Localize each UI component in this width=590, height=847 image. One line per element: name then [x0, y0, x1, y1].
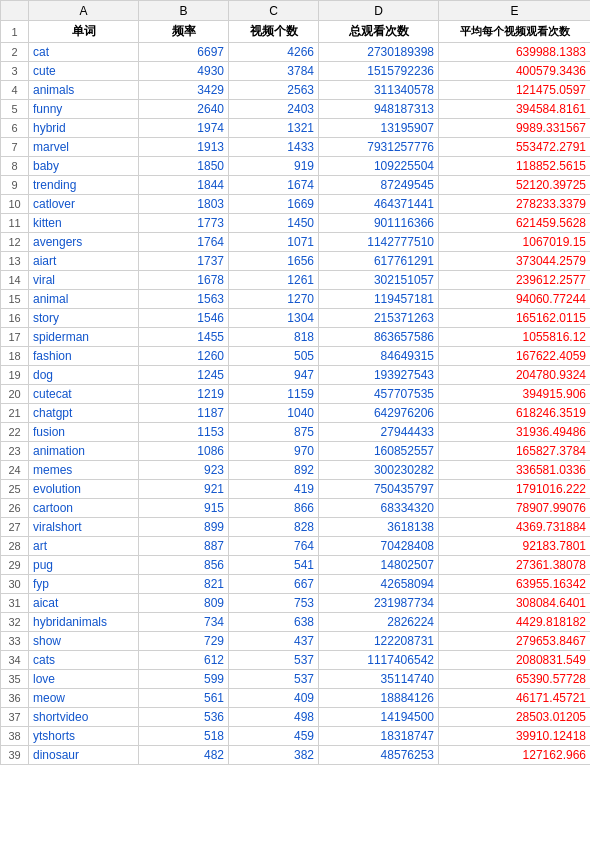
col-header-d: D [319, 1, 439, 21]
cell-frequency: 734 [139, 613, 229, 632]
row-number: 37 [1, 708, 29, 727]
cell-video-count: 视频个数 [229, 21, 319, 43]
cell-word: viral [29, 271, 139, 290]
cell-video-count: 1040 [229, 404, 319, 423]
row-number: 2 [1, 43, 29, 62]
cell-video-count: 764 [229, 537, 319, 556]
table-row: 19dog1245947193927543204780.9324 [1, 366, 591, 385]
cell-avg-views: 279653.8467 [439, 632, 591, 651]
cell-total-views: 70428408 [319, 537, 439, 556]
cell-avg-views: 94060.77244 [439, 290, 591, 309]
row-number: 10 [1, 195, 29, 214]
row-number: 14 [1, 271, 29, 290]
cell-frequency: 809 [139, 594, 229, 613]
cell-frequency: 1678 [139, 271, 229, 290]
cell-frequency: 921 [139, 480, 229, 499]
cell-frequency: 915 [139, 499, 229, 518]
cell-word: art [29, 537, 139, 556]
table-row: 7marvel191314337931257776553472.2791 [1, 138, 591, 157]
table-row: 18fashion126050584649315167622.4059 [1, 347, 591, 366]
cell-word: fashion [29, 347, 139, 366]
row-number: 22 [1, 423, 29, 442]
table-row: 29pug8565411480250727361.38078 [1, 556, 591, 575]
cell-video-count: 505 [229, 347, 319, 366]
table-row: 32hybridanimals73463828262244429.818182 [1, 613, 591, 632]
row-number: 33 [1, 632, 29, 651]
col-header-e: E [439, 1, 591, 21]
cell-word: fyp [29, 575, 139, 594]
cell-video-count: 1270 [229, 290, 319, 309]
cell-video-count: 970 [229, 442, 319, 461]
cell-avg-views: 165827.3784 [439, 442, 591, 461]
cell-frequency: 1913 [139, 138, 229, 157]
cell-total-views: 27944433 [319, 423, 439, 442]
row-number: 6 [1, 119, 29, 138]
cell-avg-views: 1055816.12 [439, 328, 591, 347]
cell-video-count: 4266 [229, 43, 319, 62]
cell-frequency: 1086 [139, 442, 229, 461]
table-row: 3cute493037841515792236400579.3436 [1, 62, 591, 81]
cell-avg-views: 121475.0597 [439, 81, 591, 100]
table-row: 10catlover18031669464371441278233.3379 [1, 195, 591, 214]
table-row: 34cats61253711174065422080831.549 [1, 651, 591, 670]
cell-word: dinosaur [29, 746, 139, 765]
table-row: 23animation1086970160852557165827.3784 [1, 442, 591, 461]
table-row: 35love5995373511474065390.57728 [1, 670, 591, 689]
cell-video-count: 638 [229, 613, 319, 632]
table-row: 6hybrid19741321131959079989.331567 [1, 119, 591, 138]
cell-word: story [29, 309, 139, 328]
cell-total-views: 231987734 [319, 594, 439, 613]
cell-word: meow [29, 689, 139, 708]
cell-video-count: 1433 [229, 138, 319, 157]
cell-frequency: 1803 [139, 195, 229, 214]
cell-video-count: 1159 [229, 385, 319, 404]
cell-frequency: 1219 [139, 385, 229, 404]
row-number: 23 [1, 442, 29, 461]
cell-avg-views: 239612.2577 [439, 271, 591, 290]
column-header-row: A B C D E [1, 1, 591, 21]
cell-video-count: 1304 [229, 309, 319, 328]
cell-video-count: 866 [229, 499, 319, 518]
cell-total-views: 215371263 [319, 309, 439, 328]
cell-word: animal [29, 290, 139, 309]
cell-avg-views: 165162.0115 [439, 309, 591, 328]
cell-word: trending [29, 176, 139, 195]
row-number: 27 [1, 518, 29, 537]
cell-total-views: 14802507 [319, 556, 439, 575]
table-row: 30fyp8216674265809463955.16342 [1, 575, 591, 594]
table-row: 4animals34292563311340578121475.0597 [1, 81, 591, 100]
table-row: 9trending184416748724954552120.39725 [1, 176, 591, 195]
cell-word: pug [29, 556, 139, 575]
cell-video-count: 541 [229, 556, 319, 575]
row-number: 29 [1, 556, 29, 575]
cell-video-count: 1321 [229, 119, 319, 138]
cell-frequency: 4930 [139, 62, 229, 81]
cell-avg-views: 65390.57728 [439, 670, 591, 689]
cell-video-count: 537 [229, 651, 319, 670]
table-row: 16story15461304215371263165162.0115 [1, 309, 591, 328]
cell-video-count: 875 [229, 423, 319, 442]
table-row: 38ytshorts5184591831874739910.12418 [1, 727, 591, 746]
cell-video-count: 437 [229, 632, 319, 651]
cell-video-count: 1674 [229, 176, 319, 195]
cell-total-views: 122208731 [319, 632, 439, 651]
cell-word: evolution [29, 480, 139, 499]
cell-avg-views: 308084.6401 [439, 594, 591, 613]
cell-frequency: 1563 [139, 290, 229, 309]
cell-frequency: 518 [139, 727, 229, 746]
cell-total-views: 35114740 [319, 670, 439, 689]
table-row: 1单词频率视频个数总观看次数平均每个视频观看次数 [1, 21, 591, 43]
cell-video-count: 3784 [229, 62, 319, 81]
row-number: 16 [1, 309, 29, 328]
cell-video-count: 667 [229, 575, 319, 594]
cell-frequency: 856 [139, 556, 229, 575]
cell-frequency: 612 [139, 651, 229, 670]
cell-word: hybrid [29, 119, 139, 138]
cell-avg-views: 336581.0336 [439, 461, 591, 480]
table-row: 24memes923892300230282336581.0336 [1, 461, 591, 480]
cell-word: ytshorts [29, 727, 139, 746]
row-number: 12 [1, 233, 29, 252]
cell-avg-views: 2080831.549 [439, 651, 591, 670]
cell-word: love [29, 670, 139, 689]
cell-video-count: 2563 [229, 81, 319, 100]
